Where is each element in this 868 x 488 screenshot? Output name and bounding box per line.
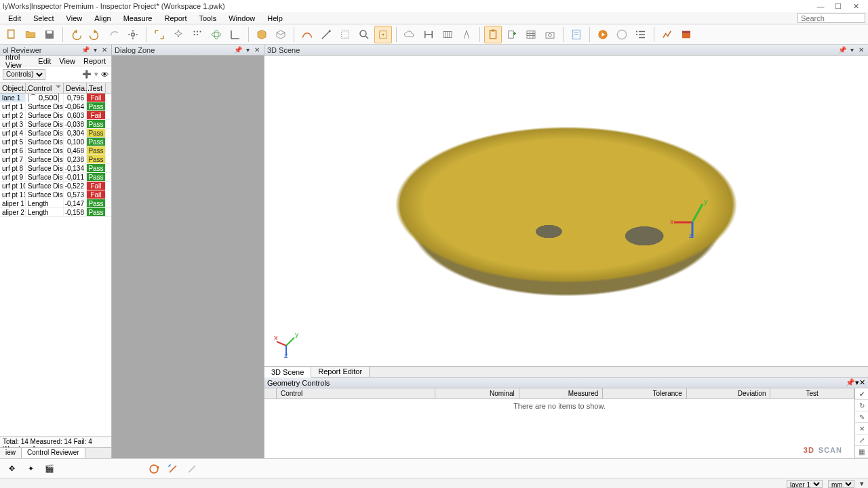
play-icon[interactable]	[594, 26, 612, 43]
stop-icon[interactable]	[613, 26, 631, 43]
menu-edit[interactable]: Edit	[3, 14, 26, 23]
eye-icon[interactable]: 👁	[101, 70, 108, 79]
maximize-icon[interactable]: ☐	[834, 2, 842, 10]
menu-tools[interactable]: Tools	[194, 14, 222, 23]
table-row[interactable]: urf pt 3Surface Distan…-0,038Pass	[0, 120, 111, 129]
wrench-icon[interactable]: ✎	[855, 411, 868, 423]
zoom-icon[interactable]	[355, 26, 373, 43]
col-control[interactable]: Control	[26, 83, 64, 93]
3d-viewport[interactable]: x y z x y z	[264, 56, 868, 366]
close-panel-icon[interactable]: ✕	[857, 46, 865, 54]
results-table[interactable]: lane 1⌒ 0,5000,796Failurf pt 1Surface Di…	[0, 94, 111, 217]
submenu-edit[interactable]: Edit	[35, 57, 54, 65]
pin-icon[interactable]: 📌	[81, 46, 90, 54]
tool2-icon[interactable]	[165, 462, 180, 476]
close-panel-icon[interactable]: ✕	[859, 378, 865, 387]
new-icon[interactable]	[3, 26, 20, 43]
table-row[interactable]: urf pt 4Surface Distan…0,304Pass	[0, 129, 111, 138]
col-object[interactable]: Object…	[0, 83, 26, 93]
geom-col-nominal[interactable]: Nominal	[435, 388, 519, 399]
compass-icon[interactable]	[458, 26, 475, 43]
close-panel-icon[interactable]: ✕	[100, 46, 108, 54]
pin-icon[interactable]: 📌	[234, 46, 242, 54]
grid-icon[interactable]: ▦	[855, 446, 868, 458]
tab-control-reviewer[interactable]: Control Reviewer	[22, 448, 85, 458]
atom-icon[interactable]	[208, 26, 225, 43]
layer-select[interactable]: layer 1	[787, 480, 823, 488]
menu-measure[interactable]: Measure	[118, 14, 158, 23]
add-control-icon[interactable]	[503, 26, 521, 43]
refresh-icon[interactable]: ↻	[855, 400, 868, 411]
caliper-icon[interactable]	[420, 26, 437, 43]
table-row[interactable]: urf pt 11Surface Distan…0,573Fail	[0, 190, 111, 199]
search-box[interactable]	[797, 13, 865, 23]
pin-icon[interactable]: 📌	[838, 46, 846, 54]
menu-help[interactable]: Help	[262, 14, 288, 23]
table-row[interactable]: urf pt 7Surface Distan…0,238Pass	[0, 155, 111, 164]
tab-tree-view[interactable]: iew	[0, 448, 22, 458]
menu-select[interactable]: Select	[28, 14, 60, 23]
pick-icon[interactable]: ✥	[4, 462, 19, 476]
geom-col-measured[interactable]: Measured	[519, 388, 604, 399]
report-icon[interactable]	[568, 26, 585, 43]
search-input[interactable]	[797, 13, 865, 23]
menu-align[interactable]: Align	[89, 14, 116, 23]
tool3-icon[interactable]	[184, 462, 199, 476]
unit-select[interactable]: mm	[828, 480, 854, 488]
table-row[interactable]: urf pt 2Surface Distan…0,603Fail	[0, 111, 111, 120]
controls-dropdown[interactable]: Controls)	[3, 69, 45, 80]
table-row[interactable]: aliper 1Length-0,147Pass	[0, 199, 111, 208]
col-deviation[interactable]: Devia…	[64, 83, 87, 93]
cube-icon[interactable]	[253, 26, 271, 43]
menu-window[interactable]: Window	[223, 14, 260, 23]
curve-icon[interactable]	[298, 26, 316, 43]
list-icon[interactable]	[632, 26, 650, 43]
redo-icon[interactable]	[86, 26, 104, 43]
status-chevron-icon[interactable]: ▾	[860, 479, 864, 488]
table-row[interactable]: urf pt 5Surface Distan…0,100Pass	[0, 138, 111, 146]
submenu-view[interactable]: View	[56, 57, 78, 65]
gauge-icon[interactable]	[439, 26, 456, 43]
delete-icon[interactable]: ✕	[855, 423, 868, 434]
window-icon[interactable]	[677, 26, 695, 43]
dropdown-icon[interactable]: ▾	[848, 46, 856, 54]
table-row[interactable]: urf pt 9Surface Distan…-0,011Pass	[0, 173, 111, 182]
pin-icon[interactable]: 📌	[846, 378, 855, 387]
match-icon[interactable]: ✦	[23, 462, 38, 476]
geom-col-deviation[interactable]: Deviation	[687, 388, 771, 399]
table-row[interactable]: lane 1⌒ 0,5000,796Fail	[0, 94, 111, 102]
table-icon[interactable]	[522, 26, 540, 43]
geom-col-test[interactable]: Test	[770, 388, 854, 399]
mesh-icon[interactable]	[272, 26, 290, 43]
tab-3d-scene[interactable]: 3D Scene	[264, 367, 311, 378]
center-icon[interactable]	[374, 26, 392, 43]
graph-icon[interactable]	[658, 26, 676, 43]
expand-icon[interactable]: ⤢	[855, 434, 868, 446]
clipboard-icon[interactable]	[484, 26, 502, 43]
check-icon[interactable]: ✔	[855, 388, 868, 400]
menu-report[interactable]: Report	[159, 14, 192, 23]
geom-col-tolerance[interactable]: Tolerance	[603, 388, 687, 399]
add-icon[interactable]: ➕	[82, 70, 92, 79]
axis-icon[interactable]	[226, 26, 244, 43]
probe-icon[interactable]	[317, 26, 335, 43]
table-row[interactable]: urf pt 8Surface Distan…-0,134Pass	[0, 164, 111, 173]
geom-col-control[interactable]: Control	[277, 388, 435, 399]
clapper-icon[interactable]: 🎬	[42, 462, 57, 476]
spark-icon[interactable]	[170, 26, 187, 43]
table-row[interactable]: urf pt 6Surface Distan…0,468Pass	[0, 146, 111, 155]
close-icon[interactable]: ✕	[852, 2, 860, 10]
options-icon[interactable]	[124, 26, 142, 43]
dropdown-icon[interactable]: ▾	[91, 46, 99, 54]
tab-report-editor[interactable]: Report Editor	[311, 367, 370, 377]
table-row[interactable]: urf pt 1Surface Distan…-0,064Pass	[0, 102, 111, 111]
select-box-icon[interactable]	[336, 26, 354, 43]
dropdown-icon[interactable]: ▾	[243, 46, 252, 54]
close-panel-icon[interactable]: ✕	[253, 46, 261, 54]
open-icon[interactable]	[22, 26, 39, 43]
filter-icon[interactable]: ▾	[94, 70, 98, 79]
camera-icon[interactable]	[541, 26, 559, 43]
save-icon[interactable]	[41, 26, 58, 43]
cycle-icon[interactable]	[146, 462, 161, 476]
col-test[interactable]: Test	[87, 83, 106, 93]
